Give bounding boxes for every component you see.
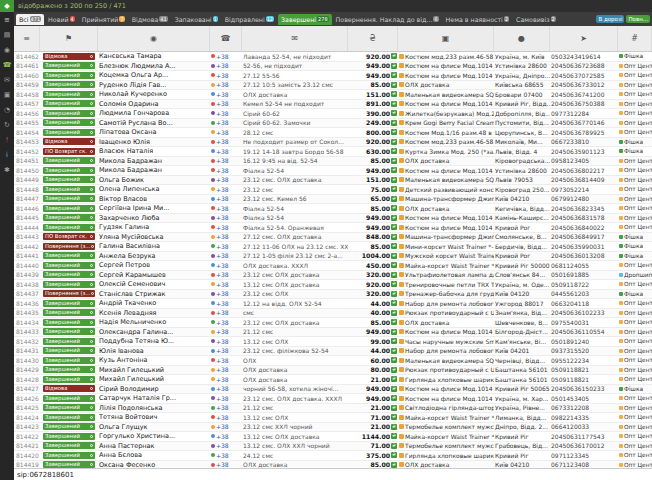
tracking-number[interactable]: 0958123405 [550,157,618,164]
status-badge[interactable]: Повернення (з... [43,290,95,297]
status-badge[interactable]: Завершений [43,395,95,402]
customer-name[interactable]: Уляна Мусійовська [98,233,210,241]
table-row[interactable]: 814438 Завершений Олексій Семенович +38 … [14,280,652,290]
customer-name[interactable]: Михайл Гилецький [98,375,210,383]
tab-accepted[interactable]: Прийнятий 7 [79,14,128,25]
customer-name[interactable]: Андрій Ткаченко [98,299,210,307]
status-badge[interactable]: Завершений [43,376,95,383]
product-name[interactable]: Мини-корсет Waist Trainer *-14... [405,243,494,250]
tracking-number[interactable]: 20450636110554 [550,328,618,335]
tracking-number[interactable]: 0955122234 [550,357,618,364]
customer-name[interactable]: Захарченко Люба [98,214,210,222]
tracking-number[interactable]: 0501453405 [550,395,618,402]
tracking-number[interactable]: 0982214335 [550,414,618,421]
status-badge[interactable]: Завершений [43,186,95,193]
product-name[interactable]: ОЛХ доставка [405,205,449,212]
customer-name[interactable]: Оксана Фесенко [98,461,210,468]
orders-icon[interactable]: ▤ [0,27,14,42]
status-badge[interactable]: Завершений [43,81,95,88]
tab-out-of-stock[interactable]: Нема в наявності 2 [443,14,512,25]
customer-name[interactable]: Горгулько Христина... [98,432,210,440]
app-logo[interactable]: ◆ [0,0,14,12]
tracking-number[interactable]: 0501891240 [550,338,618,345]
status-badge[interactable]: Завершений [43,357,95,364]
phone-prefix[interactable]: +38 [216,186,229,193]
tracking-number[interactable]: 0679912480 [550,195,618,202]
table-row[interactable]: 814429 Завершений Михайл Гилецький +38 О… [14,366,652,376]
customer-name[interactable]: Анна Бєлова [98,451,210,459]
phone-prefix[interactable]: +38 [216,91,229,98]
phone-prefix[interactable]: +38 [216,300,229,307]
table-row[interactable]: 814428 Завершений Михайл Гилецький +38 О… [14,375,652,385]
customer-name[interactable]: Поддубна Тетяна Ю... [98,337,210,345]
tracking-number[interactable]: 0501691885 [550,271,618,278]
status-badge[interactable]: Завершений [43,366,95,373]
product-name[interactable]: ОЛХ доставка [405,319,449,326]
price-column-icon[interactable]: ₴ [348,26,398,51]
status-badge[interactable]: Завершений [43,423,95,430]
phone-prefix[interactable]: +38 [216,461,229,468]
customer-name[interactable]: Лілія Подолянська [98,404,210,412]
phone-prefix[interactable]: +38 [216,214,229,221]
phone-prefix[interactable]: +38 [216,452,229,459]
customer-name[interactable]: Кузь Антоніна [98,356,210,364]
customer-name[interactable]: Ольга Глущук [98,423,210,431]
phone-prefix[interactable]: +38 [216,366,229,373]
tracking-number[interactable]: 20450636102233 [550,309,618,316]
id-column-icon[interactable]: ≡ [14,26,40,51]
product-name[interactable]: Маленькая видеокамера SQ8 *... [405,357,494,364]
product-name[interactable]: Костюм на флисе Мод.1014 (т... [405,72,494,79]
tracking-number[interactable]: 20450636814409 [550,176,618,183]
phone-prefix[interactable]: +38 [216,357,229,364]
customers-icon[interactable]: ◉ [0,42,14,57]
tracking-number[interactable]: 20450636823345 [550,205,618,212]
table-row[interactable]: 814442 Повернення (з... Галина Василівна… [14,242,652,252]
phone-prefix[interactable]: +38 [216,62,229,69]
phone-prefix[interactable]: +38 [216,338,229,345]
tracking-number[interactable]: 20450636849917 [550,233,618,240]
info-icon[interactable]: i [0,147,14,162]
table-row[interactable]: 814439 Завершений Сергей Карамышев +38 2… [14,271,652,281]
product-name[interactable]: Термобелье комплект мужско... [405,442,494,449]
customer-name[interactable]: Сергей Петров [98,261,210,269]
tab-new[interactable]: Новий 4 [45,14,78,25]
stats-icon[interactable]: ◔ [0,102,14,117]
tab-return-waybill[interactable]: Повернення. Наклад до від... 6 [333,14,442,25]
phone-prefix[interactable]: +38 [216,433,229,440]
tracking-number[interactable]: 20450635990031 [550,243,618,250]
alerts-icon[interactable]: ! [0,132,14,147]
customer-name[interactable]: Блезнюк Людмила А... [98,62,210,70]
tracking-number[interactable]: 20450636733012 [550,81,618,88]
product-name[interactable]: Часы наручные мужские Smar... [405,338,494,345]
status-badge[interactable]: Завершений [43,300,95,307]
product-name[interactable]: Майка-корсет Waist Trainer *-1... [405,414,494,421]
table-row[interactable]: 814441 Завершений Анжела Безрука +38 27.… [14,252,652,262]
product-name[interactable]: Ультрафиолетовая лампа для... [405,271,494,278]
customer-name[interactable]: Тетяна Войтович [98,413,210,421]
customer-name[interactable]: Сергей Карамышев [98,271,210,279]
customer-name[interactable]: Олександра Галина... [98,328,210,336]
phone-prefix[interactable]: +38 [216,53,229,60]
tracking-number[interactable]: 20450636741200 [550,91,618,98]
tracking-number[interactable]: 20450637072585 [550,72,618,79]
customer-name[interactable]: Віктор Власов [98,195,210,203]
tracking-number[interactable]: 20450636723688 [550,62,618,69]
region-column-icon[interactable]: ● [494,26,550,51]
status-badge[interactable]: Завершений [43,309,95,316]
customer-name[interactable]: Сірий Володимир [98,385,210,393]
table-row[interactable]: 814446 Завершений Сергіївна Ірина Ми... … [14,204,652,214]
status-badge[interactable]: Завершений [43,195,95,202]
product-name[interactable]: Рюкзак противоударный с USB... [405,366,494,373]
product-name[interactable]: Термобелье комплект мужско... [405,423,494,430]
status-badge[interactable]: ПО Возврат ск. [43,148,95,155]
table-row[interactable]: 814430 Завершений Кузь Антоніна +38 ОЛХ … [14,356,652,366]
customer-name[interactable]: Людмила Гончарова [98,109,210,117]
phone-prefix[interactable]: +38 [216,224,229,231]
phone-prefix[interactable]: +38 [216,119,229,126]
tracking-number[interactable]: 20450636840022 [550,224,618,231]
product-name[interactable]: ОЛХ доставка [405,81,449,88]
status-badge[interactable]: Завершений [43,62,95,69]
tracking-number[interactable]: 20450635901123 [550,148,618,155]
status-badge[interactable]: Завершений [43,72,95,79]
phone-prefix[interactable]: +38 [216,176,229,183]
